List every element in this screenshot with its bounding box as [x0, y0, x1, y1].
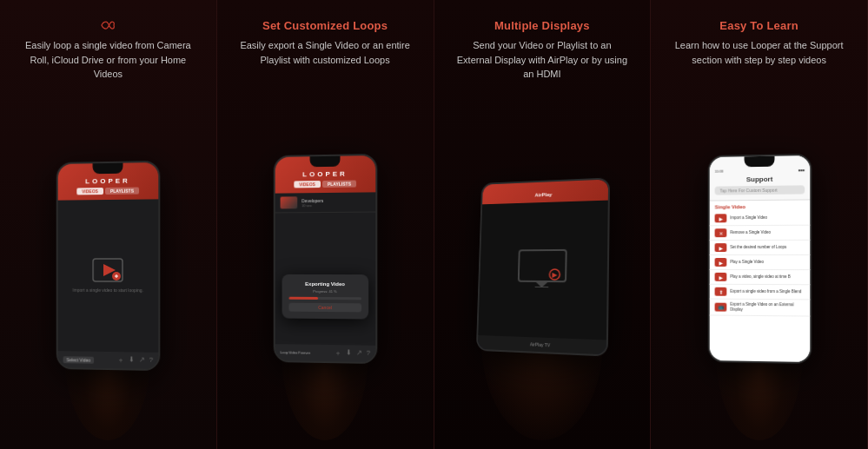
tab-playlists-2[interactable]: PLAYLISTS	[322, 181, 356, 188]
app-tabs-2: VIDEOS PLAYLISTS	[281, 180, 371, 188]
app-screen-4: 11:00 ■■■ Support Tap Here For Custom Su…	[709, 155, 810, 362]
app-tabs-1: VIDEOS PLAYLISTS	[63, 188, 154, 195]
display-icon: ▶	[517, 248, 568, 292]
app-logo-1: LOOPER	[63, 176, 154, 185]
item-name-2: Developers	[301, 198, 323, 203]
panel-2: Set Customized Loops Easily export a Sin…	[217, 0, 434, 449]
app-footer-2: Loop Video Forever ＋ ⬇ ↗ ?	[275, 344, 376, 362]
item-duration-2: 10 sec	[301, 203, 323, 208]
screen-4: 11:00 ■■■ Support Tap Here For Custom Su…	[709, 155, 810, 362]
notch-2	[310, 156, 341, 168]
icon-4-2: ▶	[714, 243, 726, 252]
app-body-3: ▶	[479, 201, 609, 340]
phone-3: AirPlay ▶	[474, 179, 609, 353]
list-item-4-1[interactable]: ✕ Remove a Single Video	[709, 226, 810, 241]
download-icon-2[interactable]: ⬇	[346, 348, 352, 358]
phone-1: LOOPER VIDEOS PLAYLISTS	[56, 162, 160, 370]
loop-label: Loop Video Forever	[281, 350, 311, 355]
notch-4	[744, 156, 774, 168]
screen-2: LOOPER VIDEOS PLAYLISTS Developers 10 se…	[275, 155, 376, 362]
tab-videos-1[interactable]: VIDEOS	[77, 188, 104, 195]
item-text-4-3: Play a Single Video	[730, 260, 764, 265]
icon-4-5: ⬆	[714, 287, 726, 296]
panel-4: Easy To Learn Learn how to use Looper at…	[651, 0, 868, 449]
list-item-4-5[interactable]: ⬆ Export a single video from a Single Bl…	[709, 285, 810, 300]
select-video-btn[interactable]: Select Video	[63, 356, 94, 364]
add-icon-1[interactable]: ＋	[117, 355, 124, 365]
phone-device-1: LOOPER VIDEOS PLAYLISTS	[56, 161, 161, 371]
support-title: Support	[714, 175, 805, 183]
list-item-4-6[interactable]: 📺 Export a Single Video on an External D…	[709, 300, 810, 317]
infinity-icon	[96, 19, 120, 31]
help-icon-1[interactable]: ?	[149, 356, 154, 366]
footer-nav-1: ＋ ⬇ ↗ ?	[117, 355, 154, 366]
icon-4-0: ▶	[714, 214, 726, 222]
item-info-2: Developers 10 sec	[301, 198, 323, 208]
add-icon-2[interactable]: ＋	[335, 348, 341, 358]
panel-1-desc: Easily loop a single video from Camera R…	[21, 38, 195, 82]
item-text-4-2: Set the desired number of Loops	[730, 245, 786, 250]
tab-videos-2[interactable]: VIDEOS	[294, 181, 321, 188]
item-text-4-4: Play a video, single video at time B	[730, 274, 791, 280]
app-logo-2: LOOPER	[281, 169, 371, 178]
progress-fill	[289, 297, 318, 300]
panel-3-title: Multiple Displays	[494, 19, 590, 32]
share-icon-1[interactable]: ↗	[139, 356, 145, 366]
panel-3: Multiple Displays Send your Video or Pla…	[434, 0, 652, 449]
phone-scene-4: 11:00 ■■■ Support Tap Here For Custom Su…	[661, 77, 857, 440]
item-text-4-6: Export a Single Video on an External Dis…	[730, 302, 805, 313]
export-title: Exporting Video	[289, 281, 362, 287]
airplay-label: AirPlay TV	[482, 340, 602, 350]
download-icon-1[interactable]: ⬇	[129, 356, 135, 366]
tab-playlists-1[interactable]: PLAYLISTS	[105, 188, 139, 195]
phone-device-4: 11:00 ■■■ Support Tap Here For Custom Su…	[707, 154, 812, 364]
footer-nav-2: ＋ ⬇ ↗ ?	[335, 348, 371, 359]
time-4: 11:00	[714, 169, 723, 174]
icon-4-6: 📺	[714, 302, 726, 311]
panel-4-desc: Learn how to use Looper at the Support s…	[673, 38, 846, 67]
panel-2-title: Set Customized Loops	[262, 19, 388, 32]
phone-device-3: AirPlay ▶	[476, 178, 610, 357]
item-text-4-5: Export a single video from a Single Blen…	[730, 289, 801, 294]
phone-4: 11:00 ■■■ Support Tap Here For Custom Su…	[707, 155, 812, 363]
status-bar-4: 11:00 ■■■	[714, 168, 805, 174]
cancel-button[interactable]: Cancel	[289, 303, 362, 313]
app-body-2: Developers 10 sec Exporting Video Progre…	[275, 192, 376, 345]
export-progress: Progress: 41 %	[289, 289, 362, 294]
search-bar-4[interactable]: Tap Here For Custom Support	[714, 185, 805, 195]
app-footer-1: Select Video ＋ ⬇ ↗ ?	[58, 351, 159, 369]
list-item-4-3[interactable]: ▶ Play a Single Video	[709, 255, 810, 270]
item-text-4-0: Import a Single Video	[730, 215, 767, 221]
share-icon-2[interactable]: ↗	[356, 349, 362, 359]
icon-4-4: ▶	[714, 273, 726, 281]
progress-bar	[289, 297, 362, 300]
icon-4-1: ✕	[714, 228, 726, 237]
display-title-3: AirPlay	[487, 190, 603, 200]
import-text-1: Import a single video to start looping.	[73, 287, 143, 294]
notch-1	[93, 163, 123, 175]
list-item-4-0[interactable]: ▶ Import a Single Video	[709, 211, 810, 227]
play-icon-1	[92, 258, 123, 282]
icon-4-3: ▶	[714, 258, 726, 267]
screen-1: LOOPER VIDEOS PLAYLISTS	[58, 162, 159, 369]
phone-scene-3: AirPlay ▶	[445, 92, 640, 441]
battery-4: ■■■	[798, 168, 804, 172]
list-item-4-2[interactable]: ▶ Set the desired number of Loops	[709, 241, 810, 255]
help-icon-2[interactable]: ?	[367, 349, 371, 359]
app-body-4: Single Video ▶ Import a Single Video ✕ R…	[709, 200, 810, 362]
item-text-4-1: Remove a Single Video	[730, 230, 771, 235]
panel-3-desc: Send your Video or Playlist to an Extern…	[455, 38, 629, 82]
search-placeholder-4: Tap Here For Custom Support	[719, 188, 777, 194]
section-title-4: Single Video	[709, 200, 810, 211]
phone-2: LOOPER VIDEOS PLAYLISTS Developers 10 se…	[273, 155, 377, 363]
list-item-4-4[interactable]: ▶ Play a video, single video at time B	[709, 270, 810, 285]
phone-scene-2: LOOPER VIDEOS PLAYLISTS Developers 10 se…	[228, 77, 423, 440]
list-item-2: Developers 10 sec	[275, 192, 376, 213]
app-body-1: Import a single video to start looping.	[58, 200, 159, 353]
screen-3: AirPlay ▶	[478, 180, 608, 355]
thumb-2	[281, 196, 298, 208]
export-modal: Exporting Video Progress: 41 % Cancel	[282, 274, 369, 320]
phone-scene-1: LOOPER VIDEOS PLAYLISTS	[10, 92, 206, 441]
phone-device-2: LOOPER VIDEOS PLAYLISTS Developers 10 se…	[274, 154, 378, 364]
panel-4-title: Easy To Learn	[719, 19, 798, 32]
